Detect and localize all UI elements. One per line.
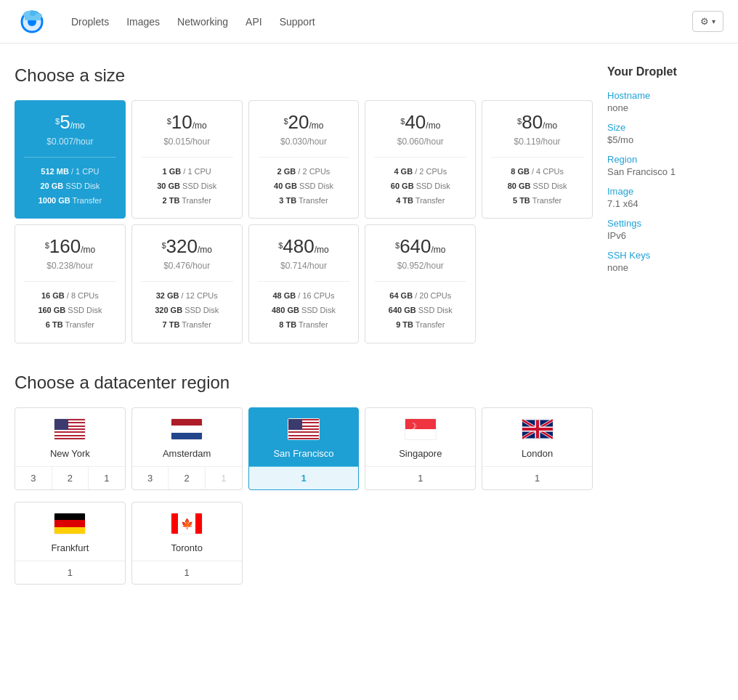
dc-nums-ams: 321: [132, 466, 242, 489]
size-specs: 2 GB / 2 CPUs40 GB SSD Disk3 TB Transfer: [258, 165, 350, 208]
size-price: $640/mo: [374, 235, 466, 258]
sidebar-image: Image 7.1 x64: [607, 186, 723, 209]
size-price: $160/mo: [24, 235, 116, 258]
size-hourly: $0.476/hour: [141, 261, 233, 271]
dc-nums-sgp: 1: [365, 466, 475, 489]
sidebar-hostname-label: Hostname: [607, 90, 723, 101]
dc-num-1: 1: [206, 467, 242, 489]
dc-num-1[interactable]: 1: [15, 561, 125, 584]
datacenter-grid-row2: Frankfurt 1 🍁 Toronto 1: [15, 502, 593, 585]
navbar-links: Droplets Images Networking API Support: [71, 13, 692, 30]
sidebar-size-value: $5/mo: [607, 134, 723, 145]
dc-flag-gb: [522, 418, 554, 442]
dc-card-fra[interactable]: Frankfurt 1: [15, 502, 126, 585]
size-specs: 8 GB / 4 CPUs80 GB SSD Disk5 TB Transfer: [491, 165, 583, 208]
logo[interactable]: [15, 6, 49, 37]
sidebar-region: Region San Francisco 1: [607, 154, 723, 177]
dc-num-1[interactable]: 1: [132, 561, 242, 584]
dc-card-tor[interactable]: 🍁 Toronto 1: [131, 502, 243, 585]
sidebar-hostname: Hostname none: [607, 90, 723, 113]
dc-num-2[interactable]: 2: [169, 467, 206, 489]
size-hourly: $0.007/hour: [24, 137, 116, 147]
sidebar-region-value: San Francisco 1: [607, 166, 723, 177]
size-grid: $5/mo $0.007/hour 512 MB / 1 CPU20 GB SS…: [15, 100, 593, 343]
dc-flag-us: [54, 418, 86, 442]
dc-name-sfo: San Francisco: [273, 448, 333, 459]
dc-card-sfo[interactable]: San Francisco 1: [248, 407, 360, 490]
size-card-5[interactable]: $5/mo $0.007/hour 512 MB / 1 CPU20 GB SS…: [15, 100, 126, 219]
dc-card-sgp[interactable]: ☽ Singapore 1: [365, 407, 476, 490]
size-price: $480/mo: [258, 235, 350, 258]
dc-name-ams: Amsterdam: [163, 448, 211, 459]
svg-rect-5: [25, 16, 41, 20]
dc-top: 🍁 Toronto: [132, 502, 242, 561]
dc-num-1[interactable]: 1: [365, 467, 475, 489]
dc-name-nyc: New York: [50, 448, 90, 459]
dc-num-3[interactable]: 3: [15, 467, 52, 489]
size-card-40[interactable]: $40/mo $0.060/hour 4 GB / 2 CPUs60 GB SS…: [365, 100, 476, 219]
size-card-480[interactable]: $480/mo $0.714/hour 48 GB / 16 CPUs480 G…: [248, 224, 360, 343]
dc-top: ☽ Singapore: [365, 408, 475, 466]
size-specs: 16 GB / 8 CPUs160 GB SSD Disk6 TB Transf…: [24, 289, 116, 332]
size-hourly: $0.714/hour: [258, 261, 350, 271]
sidebar-size: Size $5/mo: [607, 122, 723, 145]
size-hourly: $0.952/hour: [374, 261, 466, 271]
dc-top: London: [482, 408, 592, 466]
size-price: $80/mo: [491, 111, 583, 134]
size-price: $40/mo: [374, 111, 466, 134]
size-card-10[interactable]: $10/mo $0.015/hour 1 GB / 1 CPU30 GB SSD…: [131, 100, 243, 219]
content-area: Choose a size $5/mo $0.007/hour 512 MB /…: [15, 65, 593, 585]
size-card-160[interactable]: $160/mo $0.238/hour 16 GB / 8 CPUs160 GB…: [15, 224, 126, 343]
dc-nums-nyc: 321: [15, 466, 125, 489]
settings-button[interactable]: ⚙ ▾: [692, 11, 723, 32]
size-hourly: $0.060/hour: [374, 137, 466, 147]
gear-icon: ⚙: [700, 16, 709, 27]
dc-num-1[interactable]: 1: [89, 467, 125, 489]
sidebar-ssh-value: none: [607, 262, 723, 273]
dc-top: Frankfurt: [15, 502, 125, 561]
size-card-80[interactable]: $80/mo $0.119/hour 8 GB / 4 CPUs80 GB SS…: [482, 100, 593, 219]
nav-networking[interactable]: Networking: [177, 13, 228, 30]
nav-support[interactable]: Support: [280, 13, 315, 30]
dc-num-1[interactable]: 1: [482, 467, 592, 489]
dc-flag-us: [288, 418, 320, 442]
size-hourly: $0.238/hour: [24, 261, 116, 271]
datacenter-grid-row1: New York 321 Amsterdam 321 San Francisco…: [15, 407, 593, 490]
dc-nums-fra: 1: [15, 561, 125, 584]
sidebar: Your Droplet Hostname none Size $5/mo Re…: [607, 65, 723, 585]
size-hourly: $0.030/hour: [258, 137, 350, 147]
nav-droplets[interactable]: Droplets: [71, 13, 109, 30]
choose-size-title: Choose a size: [15, 65, 593, 86]
dc-card-ams[interactable]: Amsterdam 321: [131, 407, 243, 490]
size-specs: 512 MB / 1 CPU20 GB SSD Disk1000 GB Tran…: [24, 165, 116, 208]
nav-api[interactable]: API: [246, 13, 262, 30]
dc-num-3[interactable]: 3: [132, 467, 169, 489]
size-specs: 32 GB / 12 CPUs320 GB SSD Disk7 TB Trans…: [141, 289, 233, 332]
dc-nums-sfo: 1: [249, 466, 359, 489]
sidebar-region-label: Region: [607, 154, 723, 165]
size-card-640[interactable]: $640/mo $0.952/hour 64 GB / 20 CPUs640 G…: [365, 224, 476, 343]
dc-top: Amsterdam: [132, 408, 242, 466]
dc-card-nyc[interactable]: New York 321: [15, 407, 126, 490]
sidebar-settings-label: Settings: [607, 218, 723, 229]
dc-nums-lon: 1: [482, 466, 592, 489]
size-price: $320/mo: [141, 235, 233, 258]
dc-flag-nl: [171, 418, 203, 442]
dc-card-lon[interactable]: London 1: [482, 407, 593, 490]
sidebar-size-label: Size: [607, 122, 723, 133]
sidebar-settings-value: IPv6: [607, 230, 723, 241]
size-price: $20/mo: [258, 111, 350, 134]
size-card-320[interactable]: $320/mo $0.476/hour 32 GB / 12 CPUs320 G…: [131, 224, 243, 343]
dc-name-tor: Toronto: [171, 542, 203, 553]
dc-num-1[interactable]: 1: [249, 467, 359, 489]
dc-num-2[interactable]: 2: [52, 467, 89, 489]
dc-top: New York: [15, 408, 125, 466]
dc-flag-sg: ☽: [405, 418, 437, 442]
size-price: $5/mo: [24, 111, 116, 134]
chevron-down-icon: ▾: [712, 17, 715, 25]
size-specs: 4 GB / 2 CPUs60 GB SSD Disk4 TB Transfer: [374, 165, 466, 208]
nav-images[interactable]: Images: [126, 13, 160, 30]
size-card-20[interactable]: $20/mo $0.030/hour 2 GB / 2 CPUs40 GB SS…: [248, 100, 360, 219]
sidebar-settings: Settings IPv6: [607, 218, 723, 241]
size-specs: 48 GB / 16 CPUs480 GB SSD Disk8 TB Trans…: [258, 289, 350, 332]
